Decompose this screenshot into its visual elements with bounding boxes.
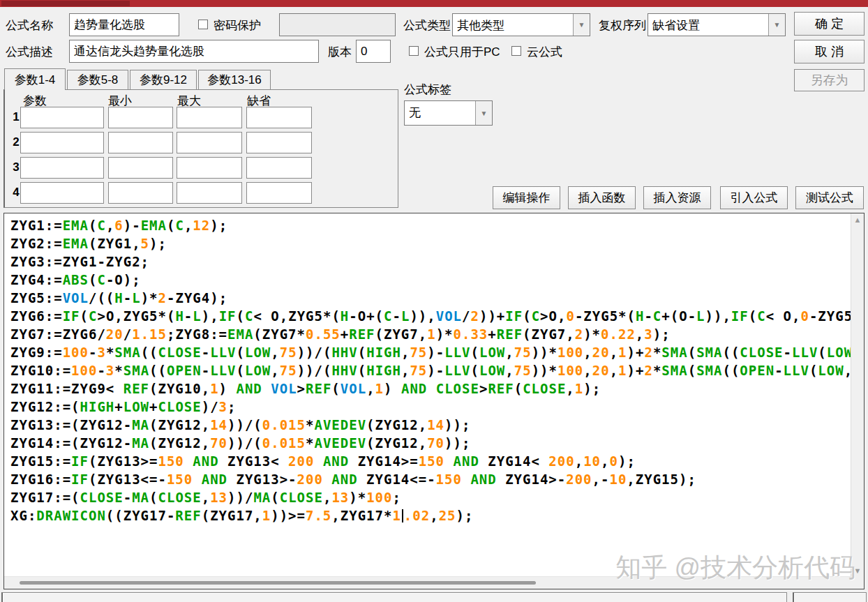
param-input[interactable] — [246, 157, 312, 179]
code-token: SMA — [696, 363, 722, 378]
code-line[interactable]: XG:DRAWICON((ZYG17-REF(ZYG17,1))>=7.5,ZY… — [10, 506, 854, 525]
param-input[interactable] — [246, 132, 312, 153]
code-token — [444, 453, 453, 469]
param-input[interactable] — [20, 182, 104, 204]
param-input[interactable] — [246, 107, 312, 128]
code-token: , — [575, 453, 583, 469]
code-token: 150 — [158, 453, 184, 469]
save-as-button[interactable]: 另存为 — [794, 69, 865, 91]
pc-only-checkbox[interactable] — [409, 46, 419, 56]
test-formula-button[interactable]: 测试公式 — [795, 186, 864, 209]
param-input[interactable] — [246, 182, 312, 204]
code-token: (ZYG12, — [149, 435, 210, 451]
code-editor[interactable]: ZYG1:=EMA(C,6)-EMA(C,12);ZYG2:=EMA(ZYG1,… — [3, 213, 865, 589]
code-token: VOL — [341, 381, 366, 396]
code-line[interactable]: ZYG17:=(CLOSE-MA(CLOSE,13))/MA(CLOSE,13)… — [10, 488, 854, 506]
formula-type-dropdown-button[interactable]: ▼ — [573, 14, 590, 36]
param-input[interactable] — [177, 107, 242, 128]
version-input[interactable] — [356, 40, 391, 63]
code-token: .02 — [404, 508, 430, 523]
code-token: ,ZYG15); — [627, 472, 696, 487]
horizontal-scrollbar-thumb[interactable] — [20, 581, 536, 585]
tab-params-1-4[interactable]: 参数1-4 — [4, 68, 66, 90]
code-token: ) — [384, 381, 401, 396]
tab-params-5-8[interactable]: 参数5-8 — [67, 70, 128, 89]
code-line[interactable]: ZYG4:=ABS(C-O); — [10, 271, 854, 289]
adjust-series-dropdown[interactable]: 缺省设置 ▼ — [648, 13, 786, 36]
insert-resource-button[interactable]: 插入资源 — [643, 186, 711, 209]
password-protect-checkbox[interactable] — [198, 20, 208, 29]
code-token: LLV — [210, 363, 236, 378]
vertical-scrollbar[interactable]: ▲ ▼ — [851, 213, 864, 577]
param-input[interactable] — [108, 132, 173, 153]
param-input[interactable] — [177, 157, 242, 179]
code-line[interactable]: ZYG14:=(ZYG12-MA(ZYG12,70))/(0.015*AVEDE… — [10, 434, 854, 452]
tab-params-9-12[interactable]: 参数9-12 — [130, 70, 197, 89]
code-line[interactable]: ZYG1:=EMA(C,6)-EMA(C,12); — [10, 216, 854, 234]
formula-desc-input[interactable] — [69, 40, 319, 63]
code-line[interactable]: ZYG2:=EMA(ZYG1,5); — [10, 234, 854, 253]
adjust-series-dropdown-button[interactable]: ▼ — [768, 14, 785, 36]
code-token: LOW — [245, 363, 271, 378]
code-line[interactable]: ZYG12:=(HIGH+LOW+CLOSE)/3; — [10, 398, 854, 416]
code-line[interactable]: ZYG7:=ZYG6/20/1.15;ZYG8:=EMA(ZYG7*0.55+R… — [10, 325, 854, 343]
ok-button[interactable]: 确 定 — [794, 12, 865, 36]
code-token: ))/( — [227, 417, 262, 432]
code-token: AND — [323, 453, 349, 469]
code-line[interactable]: ZYG15:=IF(ZYG13>=150 AND ZYG13< 200 AND … — [10, 452, 854, 470]
code-token: ZYG15:= — [10, 453, 71, 469]
code-token: > — [479, 381, 488, 396]
code-token: , — [505, 363, 514, 378]
param-input[interactable] — [108, 182, 173, 204]
code-token: AND — [470, 472, 496, 487]
code-token: SMA — [661, 363, 687, 378]
param-input[interactable] — [108, 157, 173, 179]
code-line[interactable]: ZYG5:=VOL/((H-L)*2-ZYG4); — [10, 289, 854, 307]
code-token: 2 — [644, 363, 652, 378]
code-line[interactable]: ZYG13:=(ZYG12-MA(ZYG12,14))/(0.015*AVEDE… — [10, 416, 854, 434]
code-token: ), — [202, 308, 219, 324]
code-token: 10 — [609, 472, 627, 487]
import-formula-button[interactable]: 引入公式 — [720, 186, 788, 209]
param-input[interactable] — [108, 107, 173, 128]
cloud-formula-checkbox[interactable] — [511, 46, 521, 56]
code-line[interactable]: ZYG10:=100-3*SMA((OPEN-LLV(LOW,75))/(HHV… — [10, 361, 854, 379]
code-token: ); — [583, 381, 601, 396]
param-input[interactable] — [20, 157, 104, 179]
formula-tag-dropdown-button[interactable]: ▼ — [475, 101, 492, 125]
code-token: )* — [141, 290, 158, 306]
formula-name-input[interactable] — [69, 13, 179, 36]
code-line[interactable]: ZYG9:=100-3*SMA((CLOSE-LLV(LOW,75))/(HHV… — [10, 343, 854, 361]
code-token: 0 — [800, 308, 809, 324]
param-input[interactable] — [177, 132, 242, 153]
cloud-formula-label: 云公式 — [527, 45, 562, 59]
code-area[interactable]: ZYG1:=EMA(C,6)-EMA(C,12);ZYG2:=EMA(ZYG1,… — [10, 216, 854, 578]
formula-type-dropdown[interactable]: 其他类型 ▼ — [452, 13, 590, 36]
code-token: (( — [141, 345, 158, 360]
tab-params-13-16[interactable]: 参数13-16 — [198, 70, 271, 89]
param-input[interactable] — [177, 182, 242, 204]
insert-function-button[interactable]: 插入函数 — [568, 186, 636, 209]
code-token: )- — [427, 345, 444, 360]
param-input[interactable] — [20, 107, 104, 128]
code-token: ZYG10:= — [10, 363, 71, 378]
param-input[interactable] — [20, 132, 104, 153]
code-token: 1 — [618, 363, 627, 378]
edit-operations-button[interactable]: 编辑操作 — [493, 186, 560, 209]
code-token: AND — [331, 472, 357, 487]
formula-tag-dropdown[interactable]: 无 ▼ — [404, 100, 493, 126]
param-row: 1 — [5, 107, 398, 130]
code-line[interactable]: ZYG6:=IF(C>O,ZYG5*(H-L),IF(C< O,ZYG5*(H-… — [10, 307, 854, 325]
code-line[interactable]: ZYG11:=ZYG9< REF(ZYG10,1) AND VOL>REF(VO… — [10, 379, 854, 398]
code-token: + — [149, 399, 158, 414]
scroll-up-icon[interactable]: ▲ — [851, 213, 864, 226]
code-token — [262, 381, 271, 396]
code-line[interactable]: ZYG3:=ZYG1-ZYG2; — [10, 253, 854, 271]
code-token: EMA — [141, 218, 167, 233]
window-titlebar — [0, 0, 868, 7]
code-token: 3 — [644, 326, 652, 342]
code-token: ( — [149, 490, 158, 505]
code-token: L — [696, 308, 705, 324]
code-line[interactable]: ZYG16:=IF(ZYG13<=-150 AND ZYG13>-200 AND… — [10, 470, 854, 488]
cancel-button[interactable]: 取 消 — [794, 40, 865, 63]
